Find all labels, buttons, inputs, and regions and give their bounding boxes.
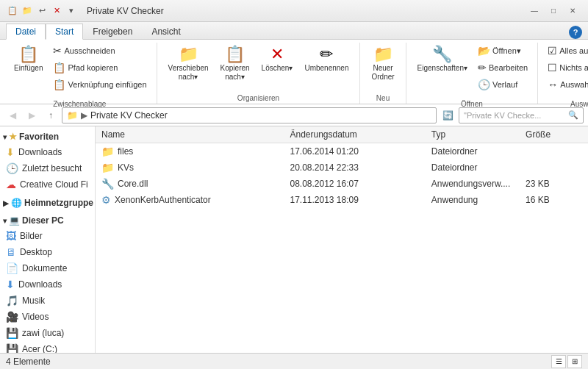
- acer-label: Acer (C:): [22, 344, 57, 353]
- qa-dropdown-icon[interactable]: ▾: [65, 4, 78, 18]
- sidebar-section-favoriten: ▾ ★ Favoriten ⬇ Downloads 🕒 Zuletzt besu…: [0, 129, 95, 193]
- move-label: Verschiebennach▾: [168, 64, 209, 82]
- ribbon-group-zwischenablage-content: 📋 Einfügen ✂ Ausschneiden 📋 Pfad kopiere…: [9, 43, 151, 98]
- col-header-type[interactable]: Typ: [431, 129, 526, 140]
- paste-button[interactable]: 📋 Einfügen: [9, 43, 48, 76]
- favoriten-star-icon: ★: [9, 132, 17, 142]
- sidebar-item-musik[interactable]: 🎵 Musik: [0, 293, 95, 309]
- sidebar-item-creative-cloud[interactable]: ☁ Creative Cloud Fi: [0, 176, 95, 193]
- table-row[interactable]: ⚙ XenonKerbAuthenticator 17.11.2013 18:0…: [96, 192, 588, 208]
- select-all-button[interactable]: ☑ Alles auswählen: [544, 43, 588, 59]
- sidebar-item-bilder[interactable]: 🖼 Bilder: [0, 228, 95, 244]
- files-type: Dateiordner: [431, 146, 526, 157]
- status-right: ☰ ⊞: [551, 355, 582, 368]
- table-row[interactable]: 📁 KVs 20.08.2014 22:33 Dateiordner: [96, 160, 588, 176]
- sidebar-item-downloads-fav[interactable]: ⬇ Downloads: [0, 144, 95, 160]
- maximize-button[interactable]: □: [544, 4, 563, 18]
- ribbon-group-neu-content: 📁 NeuerOrdner: [366, 43, 399, 93]
- history-icon: 🕒: [478, 79, 490, 90]
- core-dll-type: Anwendungsverw....: [431, 179, 526, 189]
- sidebar-item-dokumente[interactable]: 📄 Dokumente: [0, 260, 95, 276]
- minimize-button[interactable]: —: [525, 4, 544, 18]
- ribbon-group-auswaehlen-content: ☑ Alles auswählen ☐ Nichts auswählen ↔ A…: [544, 43, 588, 98]
- tab-ansicht[interactable]: Ansicht: [142, 23, 190, 39]
- new-folder-button[interactable]: 📁 NeuerOrdner: [366, 43, 399, 85]
- close-button[interactable]: ✕: [563, 4, 582, 18]
- sidebar-item-videos[interactable]: 🎥 Videos: [0, 309, 95, 325]
- sidebar-item-downloads[interactable]: ⬇ Downloads: [0, 276, 95, 293]
- status-bar: 4 Elemente ☰ ⊞: [0, 353, 588, 369]
- ribbon-group-organisieren: 📁 Verschiebennach▾ 📋 Kopierennach▾ ✕ Lös…: [157, 43, 361, 104]
- sidebar-item-zawi[interactable]: 💾 zawi (luca): [0, 325, 95, 341]
- paste-shortcut-icon: 📋: [53, 79, 65, 90]
- sidebar-header-dieser-pc[interactable]: ▾ 💻 Dieser PC: [0, 213, 95, 228]
- search-bar[interactable]: "Private KV Checke... 🔍: [459, 107, 584, 123]
- list-view-button[interactable]: ☰: [551, 355, 566, 368]
- address-path: Private KV Checker: [90, 110, 168, 121]
- new-folder-icon: 📁: [373, 46, 393, 62]
- desktop-icon: 🖥: [6, 246, 16, 258]
- sidebar-item-desktop[interactable]: 🖥 Desktop: [0, 244, 95, 260]
- new-folder-label: NeuerOrdner: [371, 64, 394, 82]
- file-name-core-dll: 🔧 Core.dll: [101, 178, 290, 190]
- table-row[interactable]: 🔧 Core.dll 08.08.2012 16:07 Anwendungsve…: [96, 176, 588, 192]
- address-separator: ▶: [81, 110, 87, 121]
- window-title: Private KV Checker: [87, 6, 164, 16]
- file-list-header: Name Änderungsdatum Typ Größe: [96, 126, 588, 143]
- cut-button[interactable]: ✂ Ausschneiden: [49, 43, 150, 59]
- history-button[interactable]: 🕒 Verlauf: [474, 76, 531, 93]
- open-icon: 📂: [478, 45, 490, 57]
- sidebar-section-dieser-pc: ▾ 💻 Dieser PC 🖼 Bilder 🖥 Desktop 📄 Dokum…: [0, 213, 95, 353]
- sidebar-section-heimnetz: ▶ 🌐 Heimnetzgruppe: [0, 196, 95, 210]
- qa-folder-icon[interactable]: 📁: [21, 4, 34, 18]
- properties-button[interactable]: 🔧 Eigenschaften▾: [412, 43, 473, 76]
- refresh-button[interactable]: 🔄: [440, 107, 456, 123]
- copy-path-button[interactable]: 📋 Pfad kopieren: [49, 60, 150, 76]
- sidebar-header-heimnetz[interactable]: ▶ 🌐 Heimnetzgruppe: [0, 196, 95, 210]
- sidebar-header-favoriten[interactable]: ▾ ★ Favoriten: [0, 129, 95, 144]
- ribbon-group-organisieren-content: 📁 Verschiebennach▾ 📋 Kopierennach▾ ✕ Lös…: [163, 43, 354, 93]
- up-button[interactable]: ↑: [43, 107, 59, 123]
- qa-save-icon[interactable]: 📋: [6, 4, 19, 18]
- paste-shortcut-button[interactable]: 📋 Verknüpfung einfügen: [49, 76, 150, 93]
- copy-button[interactable]: 📋 Kopierennach▾: [215, 43, 255, 85]
- main-area: ▾ ★ Favoriten ⬇ Downloads 🕒 Zuletzt besu…: [0, 126, 588, 353]
- table-row[interactable]: 📁 files 17.06.2014 01:20 Dateiordner: [96, 143, 588, 160]
- qa-undo-icon[interactable]: ↩: [35, 4, 49, 18]
- forward-button[interactable]: ▶: [24, 107, 40, 123]
- files-name-text: files: [118, 146, 133, 157]
- tab-freigeben[interactable]: Freigeben: [83, 23, 142, 39]
- invert-selection-button[interactable]: ↔ Auswahl umkehren: [544, 76, 588, 93]
- open-button[interactable]: 📂 Öffnen▾: [474, 43, 531, 59]
- move-button[interactable]: 📁 Verschiebennach▾: [163, 43, 214, 85]
- delete-button[interactable]: ✕ Löschen▾: [257, 43, 298, 76]
- tab-start[interactable]: Start: [46, 24, 83, 40]
- dieser-pc-label: Dieser PC: [22, 215, 64, 226]
- back-button[interactable]: ◀: [4, 107, 21, 123]
- rename-button[interactable]: ✏ Umbenennen: [299, 43, 354, 76]
- address-bar[interactable]: 📁 ▶ Private KV Checker: [62, 107, 437, 123]
- invert-icon: ↔: [548, 79, 558, 90]
- ribbon-tabs: Datei Start Freigeben Ansicht ?: [0, 22, 588, 40]
- select-none-button[interactable]: ☐ Nichts auswählen: [544, 60, 588, 76]
- sidebar-item-zuletzt[interactable]: 🕒 Zuletzt besucht: [0, 160, 95, 176]
- col-header-name[interactable]: Name: [101, 129, 290, 140]
- copy-label: Kopierennach▾: [220, 64, 250, 82]
- desktop-label: Desktop: [20, 247, 52, 257]
- invert-label: Auswahl umkehren: [560, 80, 588, 89]
- creative-cloud-label: Creative Cloud Fi: [20, 179, 88, 190]
- col-header-date[interactable]: Änderungsdatum: [290, 129, 431, 140]
- quick-access-toolbar: 📋 📁 ↩ ✕ ▾: [6, 4, 78, 18]
- xenon-size: 16 KB: [526, 195, 582, 205]
- sidebar-item-acer[interactable]: 💾 Acer (C:): [0, 341, 95, 353]
- select-all-icon: ☑: [548, 45, 557, 57]
- details-view-button[interactable]: ⊞: [567, 355, 582, 368]
- help-button[interactable]: ?: [569, 26, 582, 39]
- edit-button[interactable]: ✏ Bearbeiten: [474, 60, 531, 76]
- dokumente-icon: 📄: [6, 262, 18, 274]
- ribbon: 📋 Einfügen ✂ Ausschneiden 📋 Pfad kopiere…: [0, 40, 588, 104]
- history-label: Verlauf: [492, 80, 517, 89]
- qa-close-icon[interactable]: ✕: [50, 4, 63, 18]
- tab-datei[interactable]: Datei: [6, 24, 46, 40]
- col-header-size[interactable]: Größe: [526, 129, 582, 140]
